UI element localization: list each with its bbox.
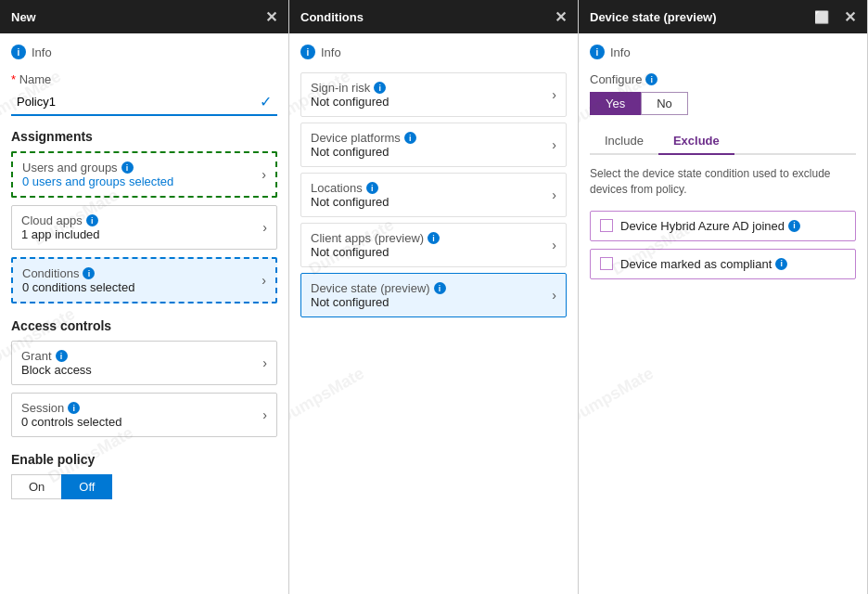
condition-locations-value: Not configured	[311, 195, 389, 209]
configure-section: Configure i Yes No	[590, 72, 856, 115]
condition-client-apps-label: Client apps (preview) i	[311, 231, 440, 245]
conditions-chevron: ›	[262, 273, 266, 288]
device-state-restore[interactable]: ⬜	[814, 10, 829, 24]
new-panel-close[interactable]: ✕	[265, 8, 277, 26]
grant-label-text: Grant	[21, 349, 52, 363]
cloud-apps-item[interactable]: Cloud apps i 1 app included ›	[11, 205, 277, 250]
condition-device-platforms-label: Device platforms i	[311, 131, 416, 145]
cloud-apps-value: 1 app included	[21, 227, 262, 241]
compliant-checkbox[interactable]	[600, 257, 613, 270]
grant-info-icon: i	[56, 350, 68, 362]
users-groups-info-icon: i	[121, 161, 134, 174]
session-item[interactable]: Session i 0 controls selected ›	[11, 393, 277, 437]
name-input[interactable]: Policy1 ✓	[11, 89, 277, 116]
grant-item[interactable]: Grant i Block access ›	[11, 341, 277, 385]
grant-chevron: ›	[262, 355, 267, 370]
condition-client-apps-content: Client apps (preview) i Not configured	[311, 231, 440, 259]
name-value: Policy1	[17, 95, 56, 109]
conditions-item[interactable]: Conditions i 0 conditions selected ›	[11, 257, 277, 303]
conditions-info-label: Info	[321, 45, 341, 59]
checkbox-hybrid-azure[interactable]: Device Hybrid Azure AD joined i	[590, 211, 856, 241]
toggle-on-button[interactable]: On	[11, 474, 61, 499]
hybrid-azure-info-icon: i	[788, 220, 800, 232]
new-panel-title: New	[11, 10, 36, 24]
condition-signin-risk-content: Sign-in risk i Not configured	[311, 81, 389, 109]
session-chevron: ›	[262, 407, 267, 422]
hybrid-azure-label-text: Device Hybrid Azure AD joined	[620, 219, 785, 233]
device-platforms-info-icon: i	[404, 132, 416, 144]
conditions-info-icon-main: i	[300, 45, 315, 59]
conditions-label: Conditions i	[22, 266, 262, 280]
users-groups-label-text: Users and groups	[22, 161, 118, 174]
assignments-title: Assignments	[11, 129, 277, 144]
new-panel-body: i Info * Name Policy1 ✓ Assignments User…	[0, 33, 288, 594]
signin-risk-info-icon: i	[374, 82, 386, 94]
users-groups-chevron: ›	[262, 167, 266, 182]
access-controls-title: Access controls	[11, 318, 277, 333]
device-state-info-bar: i Info	[590, 45, 856, 59]
condition-signin-risk-value: Not configured	[311, 95, 389, 109]
device-state-info-label: Info	[610, 45, 631, 59]
conditions-panel-close[interactable]: ✕	[555, 8, 567, 26]
condition-device-platforms[interactable]: Device platforms i Not configured ›	[300, 123, 567, 167]
conditions-info-icon: i	[83, 267, 95, 279]
condition-locations-content: Locations i Not configured	[311, 181, 389, 209]
hybrid-azure-checkbox[interactable]	[600, 219, 613, 232]
configure-label-text: Configure	[590, 72, 642, 86]
users-groups-item[interactable]: Users and groups i 0 users and groups se…	[11, 151, 277, 198]
condition-device-state[interactable]: Device state (preview) i Not configured …	[300, 273, 567, 317]
compliant-label: Device marked as compliant i	[620, 257, 787, 271]
condition-device-state-content: Device state (preview) i Not configured	[311, 281, 446, 309]
locations-chevron: ›	[552, 187, 556, 202]
session-label: Session i	[21, 401, 262, 415]
cloud-apps-chevron: ›	[262, 220, 267, 235]
conditions-content: Conditions i 0 conditions selected	[22, 266, 262, 294]
device-state-panel-title: Device state (preview)	[590, 10, 717, 24]
users-groups-label: Users and groups i	[22, 161, 262, 174]
cloud-apps-content: Cloud apps i 1 app included	[21, 213, 262, 241]
condition-locations-label: Locations i	[311, 181, 389, 195]
enable-policy-section: Enable policy On Off	[11, 452, 277, 499]
conditions-label-text: Conditions	[22, 266, 79, 280]
cloud-apps-info-icon: i	[86, 214, 98, 226]
compliant-info-icon: i	[775, 258, 787, 270]
grant-label: Grant i	[21, 349, 262, 363]
device-state-close[interactable]: ✕	[844, 8, 856, 26]
conditions-info-bar: i Info	[300, 45, 567, 59]
device-platforms-chevron: ›	[552, 137, 556, 152]
device-state-header-controls: ⬜ ✕	[814, 8, 856, 26]
device-state-panel-header: Device state (preview) ⬜ ✕	[579, 0, 867, 33]
grant-value: Block access	[21, 363, 262, 377]
condition-signin-risk-label: Sign-in risk i	[311, 81, 389, 95]
toggle-off-button[interactable]: Off	[61, 474, 112, 499]
hybrid-azure-label: Device Hybrid Azure AD joined i	[620, 219, 800, 233]
client-apps-info-icon: i	[428, 232, 440, 244]
condition-device-state-label: Device state (preview) i	[311, 281, 446, 295]
users-groups-value: 0 users and groups selected	[22, 174, 262, 188]
checkbox-compliant[interactable]: Device marked as compliant i	[590, 249, 856, 279]
condition-client-apps[interactable]: Client apps (preview) i Not configured ›	[300, 223, 567, 267]
condition-client-apps-value: Not configured	[311, 245, 440, 259]
condition-device-platforms-content: Device platforms i Not configured	[311, 131, 416, 159]
device-state-panel: Device state (preview) ⬜ ✕ i Info Config…	[579, 0, 868, 594]
conditions-panel: Conditions ✕ i Info Sign-in risk i Not c…	[289, 0, 579, 594]
session-value: 0 controls selected	[21, 415, 262, 429]
no-button[interactable]: No	[641, 92, 688, 115]
locations-info-icon: i	[366, 182, 378, 194]
configure-info-icon: i	[645, 73, 657, 85]
device-state-chevron: ›	[552, 288, 556, 303]
checkmark-icon: ✓	[260, 93, 272, 110]
conditions-value: 0 conditions selected	[22, 280, 262, 294]
compliant-label-text: Device marked as compliant	[620, 257, 772, 271]
yes-button[interactable]: Yes	[590, 92, 641, 115]
condition-signin-risk[interactable]: Sign-in risk i Not configured ›	[300, 72, 567, 117]
condition-device-platforms-value: Not configured	[311, 145, 416, 159]
tab-exclude[interactable]: Exclude	[658, 128, 734, 155]
tab-include[interactable]: Include	[590, 128, 658, 155]
device-state-info-icon-main: i	[590, 45, 605, 59]
grant-content: Grant i Block access	[21, 349, 262, 377]
new-info-icon: i	[11, 45, 26, 59]
condition-locations[interactable]: Locations i Not configured ›	[300, 173, 567, 217]
conditions-panel-title: Conditions	[300, 10, 364, 24]
name-field-label: * Name	[11, 72, 277, 86]
